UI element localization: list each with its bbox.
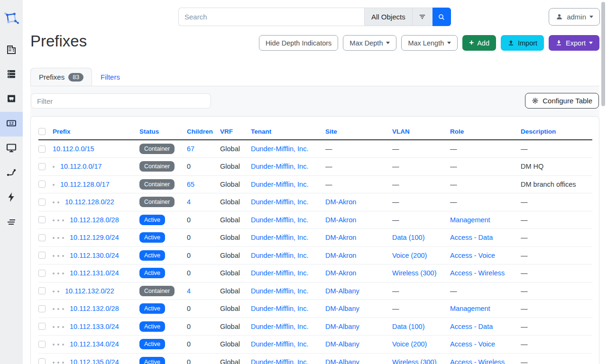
- row-checkbox[interactable]: [38, 146, 46, 153]
- role-link[interactable]: Management: [450, 305, 490, 312]
- sidebar-item-transit-connection[interactable]: [0, 161, 23, 186]
- role-link[interactable]: Management: [450, 216, 490, 224]
- row-checkbox[interactable]: [38, 270, 46, 277]
- role-link[interactable]: Access - Wireless: [450, 358, 505, 364]
- role-link[interactable]: Access - Data: [450, 234, 493, 241]
- sort-link-status[interactable]: Status: [139, 128, 159, 135]
- sort-link-prefix[interactable]: Prefix: [53, 128, 71, 135]
- tab-prefixes[interactable]: Prefixes 83: [30, 68, 92, 86]
- row-checkbox[interactable]: [38, 163, 46, 170]
- children-link[interactable]: 67: [187, 145, 194, 153]
- search-filter-button[interactable]: [412, 8, 432, 26]
- netbox-logo-icon[interactable]: [2, 8, 21, 28]
- role-link[interactable]: Access - Wireless: [450, 269, 505, 277]
- sidebar-item-monitor[interactable]: [0, 136, 23, 161]
- row-checkbox[interactable]: [38, 305, 46, 312]
- role-link[interactable]: Access - Voice: [450, 340, 495, 348]
- vertical-scrollbar[interactable]: [601, 2, 605, 106]
- tenant-link[interactable]: Dunder-Mifflin, Inc.: [251, 358, 308, 364]
- prefix-link[interactable]: 10.112.133.0/24: [70, 323, 119, 330]
- max-depth-dropdown[interactable]: Max Depth: [343, 35, 396, 51]
- prefix-link[interactable]: 10.112.130.0/24: [70, 252, 119, 259]
- max-length-dropdown[interactable]: Max Length: [401, 35, 458, 51]
- prefix-link[interactable]: 10.112.129.0/24: [70, 234, 119, 241]
- import-button[interactable]: Import: [501, 35, 544, 51]
- sort-link-vrf[interactable]: VRF: [220, 128, 233, 135]
- children-link[interactable]: 4: [187, 287, 191, 295]
- select-all-checkbox[interactable]: [38, 128, 46, 135]
- tenant-link[interactable]: Dunder-Mifflin, Inc.: [251, 340, 308, 348]
- sort-link-vlan[interactable]: VLAN: [392, 128, 410, 135]
- role-link[interactable]: Access - Voice: [450, 252, 495, 259]
- sidebar-item-lightning-bolt[interactable]: [0, 186, 23, 210]
- tenant-link[interactable]: Dunder-Mifflin, Inc.: [251, 305, 308, 312]
- site-link[interactable]: DM-Albany: [325, 305, 359, 312]
- user-menu-button[interactable]: admin: [549, 8, 600, 26]
- site-link[interactable]: DM-Akron: [325, 269, 356, 277]
- children-link[interactable]: 4: [187, 198, 191, 206]
- vlan-link[interactable]: Wireless (300): [392, 269, 436, 277]
- row-checkbox[interactable]: [38, 252, 46, 259]
- row-checkbox[interactable]: [38, 199, 46, 206]
- prefix-link[interactable]: 10.112.132.0/28: [70, 305, 119, 312]
- sidebar-item-lines[interactable]: [0, 210, 23, 235]
- tenant-link[interactable]: Dunder-Mifflin, Inc.: [251, 163, 308, 170]
- site-link[interactable]: DM-Akron: [325, 198, 356, 206]
- configure-table-button[interactable]: Configure Table: [525, 93, 599, 109]
- prefix-link[interactable]: 10.112.0.0/17: [60, 163, 102, 170]
- prefix-link[interactable]: 10.112.132.0/22: [65, 287, 114, 295]
- site-link[interactable]: DM-Akron: [325, 252, 356, 259]
- vlan-link[interactable]: Wireless (300): [392, 358, 436, 364]
- tenant-link[interactable]: Dunder-Mifflin, Inc.: [251, 234, 308, 241]
- site-link[interactable]: DM-Albany: [325, 323, 359, 330]
- vlan-link[interactable]: Voice (200): [392, 252, 427, 259]
- site-link[interactable]: DM-Akron: [325, 234, 356, 241]
- row-checkbox[interactable]: [38, 358, 46, 364]
- export-dropdown-button[interactable]: Export: [549, 35, 599, 51]
- search-scope-dropdown[interactable]: All Objects: [364, 8, 412, 26]
- tenant-link[interactable]: Dunder-Mifflin, Inc.: [251, 323, 308, 330]
- tab-filters[interactable]: Filters: [92, 68, 129, 86]
- children-link[interactable]: 65: [187, 181, 194, 188]
- sidebar-item-ipam-counter[interactable]: 12: [0, 112, 23, 136]
- vlan-link[interactable]: Data (100): [392, 234, 425, 241]
- sidebar-item-server-rack[interactable]: [0, 63, 23, 87]
- site-link[interactable]: DM-Albany: [325, 287, 359, 295]
- site-link[interactable]: DM-Akron: [325, 216, 356, 224]
- role-link[interactable]: Access - Data: [450, 323, 493, 330]
- tenant-link[interactable]: Dunder-Mifflin, Inc.: [251, 287, 308, 295]
- row-checkbox[interactable]: [38, 234, 46, 241]
- sort-link-role[interactable]: Role: [450, 128, 464, 135]
- prefix-link[interactable]: 10.112.131.0/24: [70, 269, 119, 277]
- prefix-link[interactable]: 10.112.135.0/24: [70, 358, 119, 364]
- tenant-link[interactable]: Dunder-Mifflin, Inc.: [251, 269, 308, 277]
- search-input[interactable]: [178, 8, 364, 26]
- tenant-link[interactable]: Dunder-Mifflin, Inc.: [251, 252, 308, 259]
- row-checkbox[interactable]: [38, 216, 46, 223]
- quick-filter-input[interactable]: [31, 93, 211, 109]
- sort-link-tenant[interactable]: Tenant: [251, 128, 271, 135]
- prefix-link[interactable]: 10.112.0.0/15: [53, 145, 94, 153]
- vlan-link[interactable]: Data (100): [392, 323, 425, 330]
- vlan-link[interactable]: Voice (200): [392, 340, 427, 348]
- prefix-link[interactable]: 10.112.128.0/28: [70, 216, 119, 224]
- prefix-link[interactable]: 10.112.128.0/22: [65, 198, 114, 206]
- hide-depth-indicators-button[interactable]: Hide Depth Indicators: [259, 35, 338, 51]
- site-link[interactable]: DM-Albany: [325, 340, 359, 348]
- sort-link-site[interactable]: Site: [325, 128, 337, 135]
- row-checkbox[interactable]: [38, 287, 46, 294]
- tenant-link[interactable]: Dunder-Mifflin, Inc.: [251, 181, 308, 188]
- sort-link-description[interactable]: Description: [521, 128, 556, 135]
- sort-link-children[interactable]: Children: [187, 128, 213, 135]
- sidebar-item-ethernet-port[interactable]: [0, 87, 23, 112]
- prefix-link[interactable]: 10.112.128.0/17: [60, 181, 110, 188]
- sidebar-item-building[interactable]: [0, 38, 23, 63]
- search-submit-button[interactable]: [432, 8, 451, 26]
- site-link[interactable]: DM-Albany: [325, 358, 359, 364]
- add-button[interactable]: + Add: [462, 35, 496, 51]
- tenant-link[interactable]: Dunder-Mifflin, Inc.: [251, 216, 308, 224]
- row-checkbox[interactable]: [38, 323, 46, 330]
- prefix-link[interactable]: 10.112.134.0/24: [70, 340, 119, 348]
- tenant-link[interactable]: Dunder-Mifflin, Inc.: [251, 198, 308, 206]
- tenant-link[interactable]: Dunder-Mifflin, Inc.: [251, 145, 308, 153]
